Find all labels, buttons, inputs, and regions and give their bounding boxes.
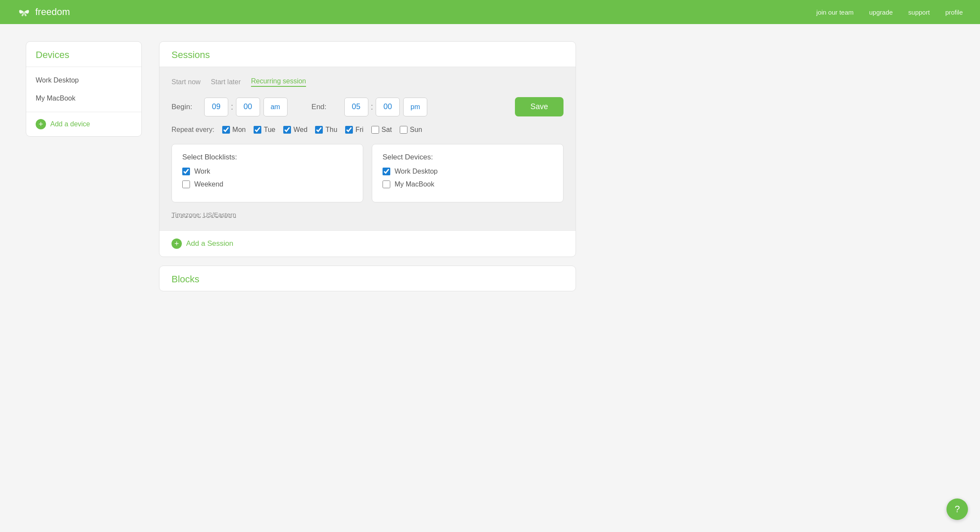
end-time-sep: : [370, 102, 374, 112]
sessions-header: Sessions [159, 42, 576, 67]
add-session-label: Add a Session [186, 239, 233, 248]
begin-min-input[interactable] [236, 98, 260, 116]
device-item-work-desktop[interactable]: Work Desktop [26, 71, 141, 89]
blocklist-weekend[interactable]: Weekend [182, 180, 352, 188]
begin-time-sep: : [230, 102, 234, 112]
nav-profile[interactable]: profile [945, 9, 963, 16]
day-sun[interactable]: Sun [400, 126, 422, 134]
timezone[interactable]: Timezone: US/Eastern [172, 211, 564, 218]
day-sat-checkbox[interactable] [371, 126, 379, 134]
sidebar-footer: + Add a device [26, 112, 141, 136]
blocklist-weekend-label: Weekend [194, 180, 223, 188]
devices-card: Devices Work Desktop My MacBook + Add a … [26, 41, 142, 137]
add-device-button[interactable]: + Add a device [36, 119, 90, 129]
end-time-inputs: : [344, 98, 428, 116]
select-device-work-desktop[interactable]: Work Desktop [383, 168, 553, 175]
add-session-button[interactable]: + Add a Session [172, 238, 233, 249]
nav-support[interactable]: support [908, 9, 930, 16]
day-mon-label: Mon [233, 126, 246, 134]
devices-list: Work Desktop My MacBook [26, 67, 141, 112]
days-row: Repeat every: Mon Tue Wed [172, 126, 564, 134]
blocks-title: Blocks [172, 274, 564, 285]
day-mon[interactable]: Mon [222, 126, 246, 134]
blocklist-work[interactable]: Work [182, 168, 352, 175]
select-panels: Select Blocklists: Work Weekend Select D… [172, 144, 564, 202]
day-tue-label: Tue [264, 126, 276, 134]
day-sun-label: Sun [410, 126, 422, 134]
day-tue[interactable]: Tue [254, 126, 276, 134]
day-fri-label: Fri [355, 126, 364, 134]
day-sat-label: Sat [382, 126, 392, 134]
device-item-macbook[interactable]: My MacBook [26, 89, 141, 107]
sidebar-title: Devices [36, 49, 132, 61]
logo: freedom [17, 5, 70, 19]
select-devices-title: Select Devices: [383, 153, 553, 162]
logo-text: freedom [35, 6, 70, 18]
begin-time-inputs: : [204, 98, 288, 116]
main-content: Devices Work Desktop My MacBook + Add a … [0, 24, 602, 309]
blocks-header: Blocks [159, 266, 576, 291]
repeat-label: Repeat every: [172, 126, 214, 134]
main-nav: join our team upgrade support profile [816, 9, 963, 16]
blocklist-work-checkbox[interactable] [182, 168, 190, 175]
day-sun-checkbox[interactable] [400, 126, 407, 134]
select-device-macbook-label: My MacBook [395, 180, 434, 188]
day-wed[interactable]: Wed [283, 126, 308, 134]
header: freedom join our team upgrade support pr… [0, 0, 980, 24]
nav-upgrade[interactable]: upgrade [869, 9, 893, 16]
right-content: Sessions Start now Start later Recurring… [159, 41, 576, 291]
day-mon-checkbox[interactable] [222, 126, 230, 134]
blocklists-panel: Select Blocklists: Work Weekend [172, 144, 363, 202]
end-ampm-input[interactable] [403, 98, 427, 116]
tab-start-now[interactable]: Start now [172, 78, 201, 86]
add-device-icon: + [36, 119, 46, 129]
end-group: End: : [312, 98, 428, 116]
blocklist-weekend-checkbox[interactable] [182, 180, 190, 188]
add-device-label: Add a device [50, 120, 90, 128]
begin-ampm-input[interactable] [263, 98, 288, 116]
select-device-macbook[interactable]: My MacBook [383, 180, 553, 188]
end-hour-input[interactable] [344, 98, 368, 116]
end-min-input[interactable] [376, 98, 400, 116]
day-thu-label: Thu [325, 126, 337, 134]
day-tue-checkbox[interactable] [254, 126, 261, 134]
nav-join[interactable]: join our team [816, 9, 854, 16]
select-device-work-desktop-checkbox[interactable] [383, 168, 390, 175]
sidebar-header: Devices [26, 42, 141, 67]
select-devices-panel: Select Devices: Work Desktop My MacBook [372, 144, 564, 202]
add-session-icon: + [172, 238, 182, 249]
save-button[interactable]: Save [515, 97, 564, 116]
help-button[interactable]: ? [946, 498, 968, 520]
select-device-macbook-checkbox[interactable] [383, 180, 390, 188]
blocklists-title: Select Blocklists: [182, 153, 352, 162]
day-wed-label: Wed [294, 126, 308, 134]
sidebar: Devices Work Desktop My MacBook + Add a … [26, 41, 142, 291]
tab-recurring[interactable]: Recurring session [251, 77, 306, 87]
butterfly-icon [17, 5, 31, 19]
day-fri[interactable]: Fri [345, 126, 364, 134]
begin-label: Begin: [172, 103, 197, 111]
sessions-card: Sessions Start now Start later Recurring… [159, 41, 576, 257]
end-label: End: [312, 103, 337, 111]
select-device-work-desktop-label: Work Desktop [395, 168, 438, 175]
blocklist-work-label: Work [194, 168, 210, 175]
session-tabs: Start now Start later Recurring session [172, 77, 564, 87]
day-wed-checkbox[interactable] [283, 126, 291, 134]
begin-hour-input[interactable] [204, 98, 228, 116]
time-row: Begin: : End: : [172, 97, 564, 116]
sessions-title: Sessions [172, 49, 564, 61]
blocks-card: Blocks [159, 266, 576, 291]
day-fri-checkbox[interactable] [345, 126, 353, 134]
day-thu-checkbox[interactable] [315, 126, 323, 134]
tab-start-later[interactable]: Start later [211, 78, 241, 86]
session-body: Start now Start later Recurring session … [159, 67, 576, 230]
day-sat[interactable]: Sat [371, 126, 392, 134]
day-thu[interactable]: Thu [315, 126, 337, 134]
add-session-row: + Add a Session [159, 230, 576, 257]
